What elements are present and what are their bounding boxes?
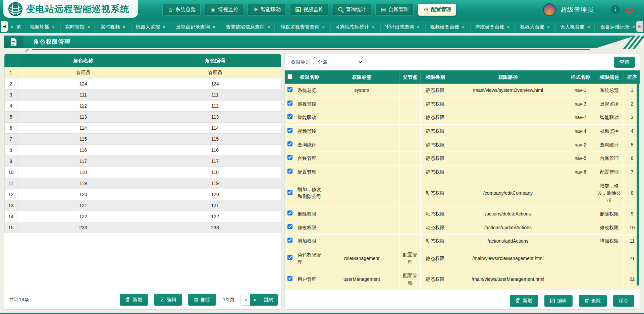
- row-checkbox[interactable]: [287, 224, 292, 229]
- tab-label: 机器人台账: [520, 24, 545, 30]
- tab-scroll-right-button[interactable]: [636, 21, 643, 32]
- tab-close-icon[interactable]: [213, 25, 215, 29]
- permission-table-row[interactable]: 增加，修改和删除公司 动态权限 /company/editCompany 增加，…: [285, 179, 640, 207]
- tab-item[interactable]: 览: [8, 21, 24, 33]
- search-button[interactable]: 查询: [614, 57, 635, 68]
- tab-item[interactable]: 告警缺陷信息查询: [221, 21, 275, 33]
- tab-item[interactable]: 巡视点记录查询: [171, 21, 220, 33]
- tab-scroll-left-button[interactable]: [1, 21, 8, 32]
- role-table-row[interactable]: 6 114 114: [5, 123, 281, 134]
- tab-item[interactable]: 声纹设备台账: [470, 21, 514, 33]
- nav-item[interactable]: 配置管理: [418, 4, 456, 16]
- role-table-row[interactable]: 8 116 116: [5, 145, 281, 156]
- row-checkbox[interactable]: [287, 114, 292, 119]
- jump-page-button[interactable]: 跳转: [260, 294, 278, 306]
- tab-close-icon[interactable]: [11, 25, 13, 29]
- permission-table-row[interactable]: 增加权限 动态权限 /actions/addActions 增加权限 11: [285, 235, 640, 248]
- role-table-row[interactable]: 13 121 121: [5, 200, 281, 211]
- tab-close-icon[interactable]: [507, 25, 509, 29]
- permission-edit-button[interactable]: 编辑: [544, 295, 573, 307]
- tab-item[interactable]: 设备运维记录: [596, 21, 635, 33]
- table-scrollbar[interactable]: [637, 71, 639, 286]
- role-table-row[interactable]: 4 112 112: [5, 101, 281, 112]
- row-checkbox[interactable]: [287, 255, 292, 260]
- permission-table-row[interactable]: 修改权限 动态权限 /actions/updateActions 修改权限 10: [285, 221, 640, 235]
- tab-item[interactable]: 机器人台账: [516, 21, 555, 33]
- row-checkbox[interactable]: [287, 141, 292, 146]
- role-table-row[interactable]: 2 124 124: [5, 78, 281, 89]
- nav-item[interactable]: 巡视监控: [205, 4, 243, 16]
- nav-item[interactable]: 查询统计: [333, 4, 371, 16]
- row-checkbox[interactable]: [287, 101, 292, 106]
- permission-table-row[interactable]: 巡视监控 静态权限 nav-3 巡视监控 2: [285, 97, 640, 111]
- nav-item[interactable]: 系统总览: [162, 4, 201, 16]
- tab-close-icon[interactable]: [52, 25, 55, 29]
- select-all-checkbox[interactable]: [287, 74, 292, 79]
- role-edit-button[interactable]: 编辑: [154, 294, 182, 306]
- permission-table-row[interactable]: 用户管理 userManagement 配置管理 静态权限 /main/view…: [285, 269, 640, 290]
- permission-table-row[interactable]: 查询统计 静态权限 nav-2 查询统计 5: [285, 138, 640, 152]
- row-checkbox[interactable]: [287, 87, 292, 92]
- tab-close-icon[interactable]: [632, 25, 635, 29]
- role-table-row[interactable]: 3 111 111: [5, 89, 281, 101]
- save-button[interactable]: 保存: [613, 295, 634, 307]
- tab-item[interactable]: 实时监控: [60, 21, 95, 33]
- permission-table-row[interactable]: 台账管理 静态权限 nav-5 台账管理 6: [285, 152, 640, 166]
- tab-close-icon[interactable]: [462, 25, 465, 29]
- nav-item[interactable]: 智能联动: [248, 4, 286, 16]
- permission-table-row[interactable]: 删除权限 动态权限 /actions/deleteActions 删除权限 9: [285, 207, 640, 221]
- tab-item[interactable]: 实时视频: [96, 21, 130, 33]
- info-icon[interactable]: [611, 5, 620, 14]
- tab-close-icon[interactable]: [372, 25, 375, 29]
- role-table-row[interactable]: 11 119 119: [5, 178, 281, 189]
- tab-item[interactable]: 视频轮播: [25, 21, 59, 33]
- user-avatar[interactable]: [543, 3, 556, 16]
- role-table-row[interactable]: 14 122 122: [5, 211, 281, 222]
- role-table-row[interactable]: 9 117 117: [5, 156, 281, 167]
- perm-path-cell: /actions/updateActions: [450, 221, 566, 235]
- tab-item[interactable]: 可靠性指标统计: [330, 21, 379, 33]
- tab-item[interactable]: 静默监视告警查询: [276, 21, 329, 33]
- next-page-button[interactable]: [250, 294, 260, 306]
- row-checkbox[interactable]: [287, 128, 292, 133]
- role-table-row[interactable]: 10 118 118: [5, 167, 281, 178]
- nav-item[interactable]: 视频监控: [290, 4, 328, 16]
- row-checkbox[interactable]: [287, 276, 292, 281]
- row-checkbox[interactable]: [287, 190, 292, 195]
- tab-close-icon[interactable]: [163, 25, 165, 29]
- row-checkbox[interactable]: [287, 155, 292, 160]
- row-checkbox[interactable]: [287, 238, 292, 243]
- role-table-row[interactable]: 12 120 120: [5, 189, 281, 200]
- permission-add-button[interactable]: 新增: [510, 295, 538, 307]
- tab-item[interactable]: 机器人监控: [131, 21, 170, 33]
- permission-type-select[interactable]: 全部: [314, 57, 363, 67]
- row-checkbox[interactable]: [287, 210, 292, 215]
- logout-power-icon[interactable]: [625, 5, 635, 15]
- tab-close-icon[interactable]: [122, 25, 125, 29]
- prev-page-button[interactable]: [240, 294, 250, 306]
- tab-close-icon[interactable]: [87, 25, 90, 29]
- role-add-button[interactable]: 新增: [120, 294, 148, 306]
- tab-close-icon[interactable]: [417, 25, 420, 29]
- role-table-row[interactable]: 7 115 115: [5, 134, 281, 145]
- permission-table-row[interactable]: 视频监控 静态权限 nav-4 视频监控 4: [285, 125, 640, 138]
- permission-table-row[interactable]: 配置管理 静态权限 nav-6 配置管理 7: [285, 166, 640, 179]
- tab-close-icon[interactable]: [547, 25, 550, 29]
- role-delete-button[interactable]: 删除: [188, 294, 216, 306]
- row-checkbox[interactable]: [287, 169, 292, 174]
- permission-table-row[interactable]: 智能联动 静态权限 nav-7 智能联动 3: [285, 111, 640, 125]
- role-table-row[interactable]: 5 113 113: [5, 112, 281, 123]
- tab-close-icon[interactable]: [587, 25, 590, 29]
- tab-item[interactable]: 无人机台账: [555, 21, 595, 33]
- role-table-row[interactable]: 1 管理员 管理员: [5, 67, 281, 78]
- permission-table-row[interactable]: 系统总览 system 静态权限 /main/views/systemOverv…: [285, 84, 640, 98]
- permission-table-row[interactable]: 角色权限管理 roleManagement 配置管理 静态权限 /main/vi…: [285, 248, 640, 269]
- role-table-row[interactable]: 15 233 233: [5, 222, 281, 233]
- tab-close-icon[interactable]: [322, 25, 325, 29]
- tab-item[interactable]: 视频设备台账: [425, 21, 469, 33]
- tab-close-icon[interactable]: [267, 25, 270, 29]
- perm-type-cell: 静态权限: [421, 97, 450, 111]
- nav-item[interactable]: 台账管理: [375, 4, 414, 16]
- tab-item[interactable]: 审计日志查询: [380, 21, 424, 33]
- permission-delete-button[interactable]: 删除: [579, 295, 607, 307]
